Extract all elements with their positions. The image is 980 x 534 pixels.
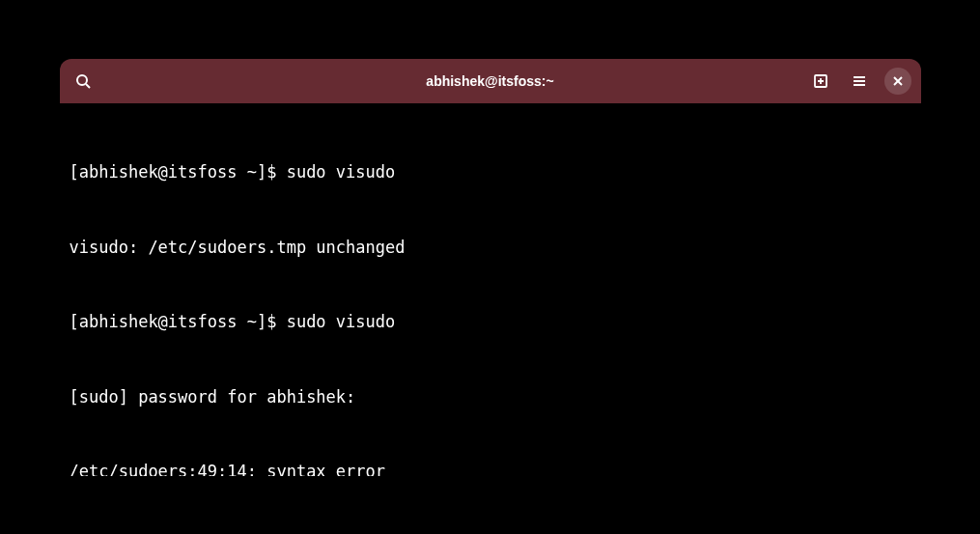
terminal-line: /etc/sudoers:49:14: syntax error [70,460,911,475]
close-icon[interactable] [884,68,911,95]
titlebar: abhishek@itsfoss:~ [60,59,921,103]
search-icon[interactable] [70,68,97,95]
svg-point-0 [77,75,87,85]
terminal-line: visudo: /etc/sudoers.tmp unchanged [70,236,911,261]
terminal-line: [abhishek@itsfoss ~]$ sudo visudo [70,310,911,335]
new-tab-icon[interactable] [807,68,834,95]
hamburger-icon[interactable] [846,68,873,95]
terminal-body[interactable]: [abhishek@itsfoss ~]$ sudo visudo visudo… [60,103,921,476]
terminal-line: [sudo] password for abhishek: [70,385,911,410]
svg-line-1 [86,84,90,88]
window-title: abhishek@itsfoss:~ [426,73,553,89]
terminal-window: abhishek@itsfoss:~ [60,59,921,476]
terminal-line: [abhishek@itsfoss ~]$ sudo visudo [70,160,911,185]
